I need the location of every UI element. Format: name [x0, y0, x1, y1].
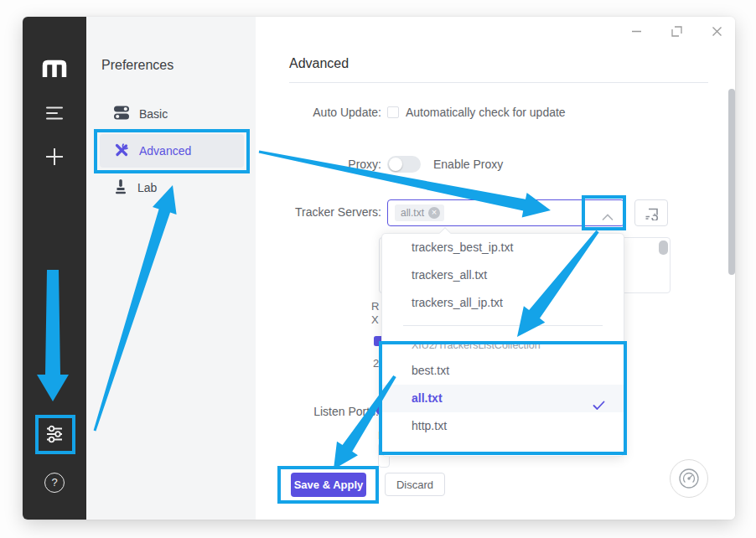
- tracker-servers-select[interactable]: all.txt ×: [387, 199, 624, 226]
- title-divider: [289, 82, 708, 83]
- tracker-dropdown: trackers_best_ip.txt trackers_all.txt tr…: [381, 233, 624, 457]
- proxy-label: Proxy:: [256, 156, 381, 173]
- dropdown-group-label: XIU2/TrackersListCollection: [382, 334, 624, 357]
- page-title: Advanced: [289, 56, 349, 71]
- check-icon: [593, 393, 605, 421]
- hidden-text-fragment: R: [371, 300, 379, 313]
- screenshot-root: ? Preferences Basic: [0, 0, 756, 538]
- preferences-title: Preferences: [101, 58, 173, 73]
- dropdown-divider: [403, 325, 603, 326]
- toggle-knob: [389, 158, 402, 171]
- selected-tracker-tag: all.txt ×: [395, 204, 444, 221]
- auto-update-checkbox[interactable]: [387, 106, 399, 118]
- proxy-toggle[interactable]: [387, 156, 421, 173]
- nav-item-basic[interactable]: Basic: [100, 97, 244, 131]
- discard-button[interactable]: Discard: [385, 473, 445, 496]
- hidden-text-fragment: 2: [373, 357, 379, 370]
- lab-stamp-icon: [114, 179, 127, 197]
- help-icon[interactable]: ?: [44, 473, 65, 493]
- auto-update-option-label: Automatically check for update: [406, 104, 566, 121]
- selected-option-label: all.txt: [412, 391, 443, 405]
- preferences-icon[interactable]: [44, 424, 65, 447]
- chevron-up-icon[interactable]: [602, 210, 614, 225]
- nav-item-advanced[interactable]: Advanced: [100, 134, 244, 168]
- main-scrollbar[interactable]: [728, 89, 735, 275]
- auto-update-label: Auto Update:: [256, 104, 381, 121]
- nav-item-label: Basic: [139, 107, 168, 121]
- dropdown-option-selected[interactable]: all.txt: [382, 385, 624, 412]
- basic-toggles-icon: [114, 106, 129, 122]
- preferences-nav: Preferences Basic: [86, 17, 256, 520]
- dropdown-option[interactable]: trackers_all_ip.txt: [382, 289, 624, 317]
- proxy-option-label: Enable Proxy: [433, 156, 503, 173]
- tag-label: all.txt: [401, 207, 424, 219]
- dropdown-option[interactable]: http.txt: [382, 412, 624, 440]
- nav-item-label: Advanced: [139, 144, 191, 158]
- minimize-button[interactable]: [627, 22, 645, 40]
- motrix-logo: [41, 55, 68, 82]
- tag-remove-icon[interactable]: ×: [428, 207, 440, 219]
- app-window: ? Preferences Basic: [23, 17, 735, 520]
- close-button[interactable]: [707, 22, 726, 40]
- listen-ports-label: Listen Ports:: [256, 403, 379, 420]
- speed-gauge-button[interactable]: [670, 459, 708, 498]
- dropdown-option[interactable]: trackers_all.txt: [382, 261, 624, 289]
- sync-trackers-button[interactable]: [634, 199, 668, 226]
- tracker-servers-label: Tracker Servers:: [256, 204, 381, 220]
- add-task-icon[interactable]: [45, 147, 64, 169]
- restore-button[interactable]: [667, 22, 686, 40]
- dropdown-option[interactable]: trackers_best_ip.txt: [382, 234, 624, 261]
- advanced-tools-icon: [114, 142, 129, 160]
- textarea-scrollbar[interactable]: [659, 241, 668, 255]
- nav-item-lab[interactable]: Lab: [100, 171, 244, 204]
- task-list-icon[interactable]: [46, 106, 63, 124]
- dropdown-option[interactable]: best.txt: [382, 357, 624, 385]
- save-apply-button[interactable]: Save & Apply: [291, 473, 366, 497]
- hidden-text-fragment: X: [371, 313, 379, 326]
- nav-item-label: Lab: [137, 181, 157, 194]
- sidebar: ?: [23, 17, 86, 520]
